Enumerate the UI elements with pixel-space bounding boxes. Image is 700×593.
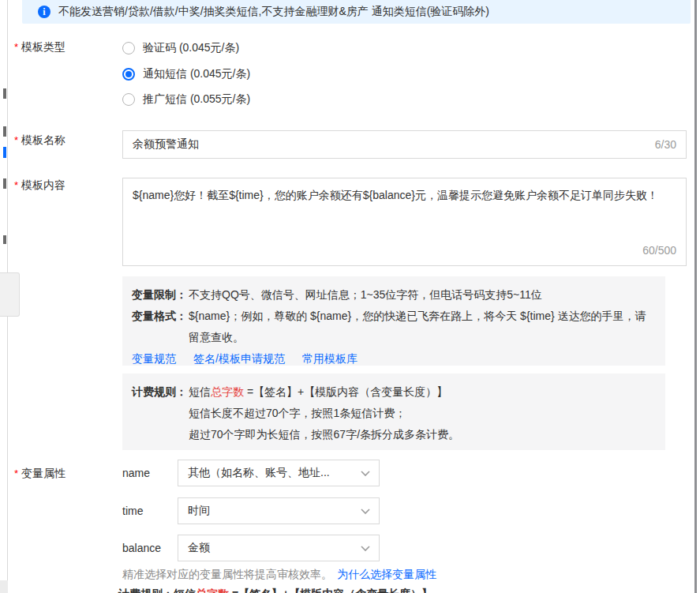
attr-hint-text: 精准选择对应的变量属性将提高审核效率。 bbox=[122, 568, 332, 580]
radio-selected-icon[interactable] bbox=[122, 68, 135, 81]
template-content-value: ${name}您好！截至${time}，您的账户余额还有${balance}元，… bbox=[133, 189, 658, 201]
clipped-text-fragment bbox=[3, 235, 6, 244]
clipped-link-fragment bbox=[3, 147, 6, 158]
template-name-value: 余额预警通知 bbox=[133, 137, 655, 152]
variable-limit-text: 不支持QQ号、微信号、网址信息；1~35位字符，但电话号码支持5~11位 bbox=[189, 284, 656, 306]
info-banner: i 不能发送营销/贷款/借款/中奖/抽奖类短信,不支持金融理财&房产 通知类短信… bbox=[22, 0, 691, 24]
varname-time: time bbox=[122, 505, 174, 517]
variable-attrs-label: *变量属性 bbox=[14, 467, 66, 481]
chevron-down-icon bbox=[360, 545, 371, 552]
radio-icon[interactable] bbox=[122, 93, 135, 106]
clipped-text-fragment bbox=[3, 126, 6, 137]
variable-rules-box: 变量限制： 不支持QQ号、微信号、网址信息；1~35位字符，但电话号码支持5~1… bbox=[122, 276, 665, 366]
radio-label: 验证码 (0.045元/条) bbox=[143, 41, 239, 55]
clipped-text-fragment bbox=[3, 88, 6, 99]
billing-rules-line1: 短信总字数 =【签名】+【模版内容（含变量长度）】 bbox=[189, 381, 656, 403]
info-icon: i bbox=[38, 6, 51, 18]
required-mark: * bbox=[14, 467, 18, 479]
variable-spec-link[interactable]: 变量规范 bbox=[132, 348, 176, 370]
clipped-text-fragment bbox=[3, 178, 6, 189]
attr-select-balance-value: 金额 bbox=[188, 541, 360, 555]
template-type-label: *模板类型 bbox=[14, 40, 66, 54]
signature-template-spec-link[interactable]: 签名/模板申请规范 bbox=[193, 348, 285, 370]
radio-option-verification-code[interactable]: 验证码 (0.045元/条) bbox=[122, 40, 239, 56]
radio-option-notification-sms[interactable]: 通知短信 (0.045元/条) bbox=[122, 66, 250, 82]
attr-select-name[interactable]: 其他（如名称、账号、地址... bbox=[178, 460, 380, 486]
sms-template-form-page: i 不能发送营销/贷款/借款/中奖/抽奖类短信,不支持金融理财&房产 通知类短信… bbox=[0, 0, 700, 593]
attr-hint: 精准选择对应的变量属性将提高审核效率。为什么选择变量属性 bbox=[122, 566, 436, 582]
template-name-input[interactable]: 余额预警通知 6/30 bbox=[122, 130, 687, 159]
varname-name: name bbox=[122, 467, 174, 479]
required-mark: * bbox=[14, 134, 18, 146]
template-content-label: *模板内容 bbox=[14, 178, 66, 193]
chevron-down-icon bbox=[360, 470, 371, 477]
template-content-textarea[interactable]: ${name}您好！截至${time}，您的账户余额还有${balance}元，… bbox=[122, 178, 687, 266]
clipped-graybox-fragment bbox=[0, 580, 8, 593]
variable-format-text: ${name}；例如，尊敬的 ${name}，您的快递已飞奔在路上，将今天 ${… bbox=[189, 306, 656, 348]
billing-rules-line3: 超过70个字即为长短信，按照67字/条拆分成多条计费。 bbox=[189, 424, 656, 445]
background-page-sliver bbox=[0, 0, 8, 593]
template-name-counter: 6/30 bbox=[655, 138, 676, 151]
required-mark: * bbox=[14, 179, 18, 191]
radio-icon[interactable] bbox=[122, 42, 135, 54]
varname-balance: balance bbox=[122, 542, 174, 554]
template-content-counter: 60/500 bbox=[642, 241, 676, 260]
info-banner-text: 不能发送营销/贷款/借款/中奖/抽奖类短信,不支持金融理财&房产 通知类短信(验… bbox=[58, 5, 489, 19]
chevron-down-icon bbox=[360, 508, 371, 515]
required-mark: * bbox=[14, 41, 18, 53]
clipped-next-billing-rules-line: 计费规则：短信总字数 =【签名】+【模版内容（含变量长度）】 bbox=[118, 587, 432, 593]
attr-select-time-value: 时间 bbox=[188, 504, 360, 518]
radio-label: 通知短信 (0.045元/条) bbox=[143, 67, 250, 81]
attr-select-balance[interactable]: 金额 bbox=[178, 535, 380, 561]
total-chars-red-text: 总字数 bbox=[211, 385, 244, 398]
scrollbar[interactable] bbox=[694, 0, 697, 593]
billing-rules-label: 计费规则： bbox=[132, 381, 189, 403]
radio-label: 推广短信 (0.055元/条) bbox=[143, 92, 250, 107]
variable-format-label: 变量格式： bbox=[132, 306, 189, 348]
why-choose-variable-attr-link[interactable]: 为什么选择变量属性 bbox=[337, 568, 436, 580]
billing-rules-box: 计费规则： 短信总字数 =【签名】+【模版内容（含变量长度）】 短信长度不超过7… bbox=[122, 373, 665, 450]
variable-limit-label: 变量限制： bbox=[132, 284, 189, 306]
clipped-graybox-fragment bbox=[0, 272, 20, 317]
radio-option-promo-sms[interactable]: 推广短信 (0.055元/条) bbox=[122, 92, 250, 107]
attr-select-time[interactable]: 时间 bbox=[178, 497, 380, 524]
billing-rules-line2: 短信长度不超过70个字，按照1条短信计费； bbox=[189, 403, 656, 424]
common-template-library-link[interactable]: 常用模板库 bbox=[302, 348, 357, 370]
attr-select-name-value: 其他（如名称、账号、地址... bbox=[188, 466, 360, 480]
template-name-label: *模板名称 bbox=[14, 133, 66, 148]
